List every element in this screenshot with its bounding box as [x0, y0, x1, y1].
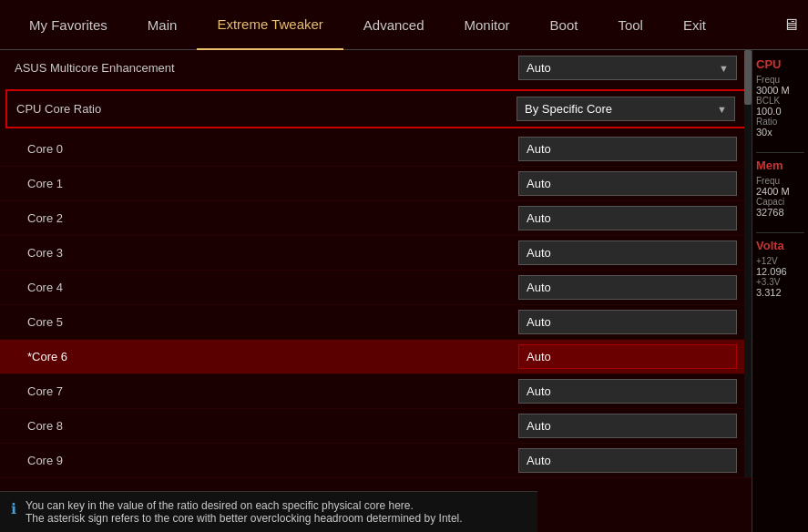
- asus-multicore-row: ASUS Multicore Enhancement Auto ▼: [0, 50, 752, 86]
- core-label-1: Core 1: [27, 177, 518, 190]
- nav-item-my-favorites[interactable]: My Favorites: [9, 0, 128, 50]
- info-icon: ℹ: [11, 500, 16, 517]
- main-layout: ASUS Multicore Enhancement Auto ▼ CPU Co…: [0, 50, 808, 532]
- core-label-8: Core 8: [27, 419, 518, 433]
- right-sidebar: CPU Frequ 3000 M BCLK 100.0 Ratio 30x Me…: [752, 50, 808, 532]
- sidebar-cpu-title: CPU: [756, 57, 804, 71]
- sidebar-freq-value: 3000 M: [756, 85, 804, 96]
- cpu-ratio-dropdown-arrow: ▼: [717, 104, 727, 115]
- sidebar-mem-title: Mem: [756, 159, 804, 172]
- scroll-thumb[interactable]: [744, 50, 752, 105]
- nav-item-extreme-tweaker[interactable]: Extreme Tweaker: [197, 0, 343, 50]
- info-line1: You can key in the value of the ratio de…: [26, 499, 463, 512]
- sidebar-mem-freq-value: 2400 M: [756, 186, 804, 197]
- core-input-9[interactable]: Auto: [518, 448, 737, 473]
- core-input-8[interactable]: Auto: [518, 414, 737, 438]
- nav-item-main[interactable]: Main: [128, 0, 198, 50]
- core-row-5: Core 5Auto: [0, 305, 752, 340]
- sidebar-cpu-section: CPU Frequ 3000 M BCLK 100.0 Ratio 30x: [756, 57, 804, 138]
- asus-multicore-value: Auto: [527, 61, 551, 75]
- monitor-icon: 🖥: [782, 15, 799, 35]
- sidebar-mem-section: Mem Frequ 2400 M Capaci 32768: [756, 159, 804, 218]
- core-input-0[interactable]: Auto: [518, 137, 737, 161]
- core-row-3: Core 3Auto: [0, 236, 752, 271]
- core-label-5: Core 5: [27, 315, 518, 329]
- sidebar-v12-value: 12.096: [756, 266, 804, 277]
- core-label-2: Core 2: [27, 211, 518, 225]
- core-row-6: *Core 6Auto: [0, 340, 752, 374]
- core-row-2: Core 2Auto: [0, 201, 752, 236]
- asus-multicore-label: ASUS Multicore Enhancement: [15, 61, 518, 75]
- sidebar-ratio-value: 30x: [756, 127, 804, 138]
- core-row-7: Core 7Auto: [0, 374, 752, 409]
- core-input-3[interactable]: Auto: [518, 240, 737, 265]
- core-input-7[interactable]: Auto: [518, 379, 737, 404]
- core-input-1[interactable]: Auto: [518, 171, 737, 196]
- cpu-core-ratio-label: CPU Core Ratio: [16, 102, 517, 116]
- sidebar-ratio-label: Ratio: [756, 117, 804, 127]
- scroll-track[interactable]: [744, 50, 752, 477]
- core-label-7: Core 7: [27, 384, 518, 398]
- topbar: My Favorites Main Extreme Tweaker Advanc…: [0, 0, 808, 50]
- nav-item-boot[interactable]: Boot: [530, 0, 598, 50]
- nav-item-tool[interactable]: Tool: [598, 0, 663, 50]
- topbar-right: 🖥: [782, 15, 799, 35]
- sidebar-mem-freq-label: Frequ: [756, 176, 804, 186]
- core-input-4[interactable]: Auto: [518, 275, 737, 300]
- core-input-2[interactable]: Auto: [518, 206, 737, 230]
- cpu-core-ratio-row: CPU Core Ratio By Specific Core ▼: [5, 89, 746, 128]
- core-label-4: Core 4: [27, 281, 518, 294]
- core-input-6[interactable]: Auto: [518, 344, 737, 369]
- asus-dropdown-arrow: ▼: [719, 63, 729, 74]
- sidebar-bclk-label: BCLK: [756, 96, 804, 106]
- sidebar-voltage-title: Volta: [756, 239, 804, 252]
- core-rows-container: Core 0AutoCore 1AutoCore 2AutoCore 3Auto…: [0, 132, 752, 478]
- core-label-6: *Core 6: [27, 350, 518, 363]
- sidebar-v12-label: +12V: [756, 256, 804, 266]
- sidebar-capacity-label: Capaci: [756, 197, 804, 207]
- nav-bar: My Favorites Main Extreme Tweaker Advanc…: [9, 0, 782, 50]
- sidebar-freq-label: Frequ: [756, 75, 804, 85]
- sidebar-divider-1: [756, 152, 804, 153]
- info-bar: ℹ You can key in the value of the ratio …: [0, 491, 537, 532]
- core-input-5[interactable]: Auto: [518, 310, 737, 334]
- sidebar-v33-value: 3.312: [756, 287, 804, 298]
- sidebar-capacity-value: 32768: [756, 207, 804, 218]
- core-label-3: Core 3: [27, 246, 518, 260]
- core-row-4: Core 4Auto: [0, 271, 752, 305]
- cpu-core-ratio-dropdown[interactable]: By Specific Core ▼: [517, 97, 735, 121]
- core-label-0: Core 0: [27, 142, 518, 156]
- left-panel: ASUS Multicore Enhancement Auto ▼ CPU Co…: [0, 50, 752, 532]
- sidebar-v33-label: +3.3V: [756, 277, 804, 287]
- info-text: You can key in the value of the ratio de…: [26, 499, 463, 525]
- sidebar-divider-2: [756, 232, 804, 233]
- core-row-9: Core 9Auto: [0, 444, 752, 478]
- core-row-8: Core 8Auto: [0, 409, 752, 444]
- core-row-0: Core 0Auto: [0, 132, 752, 167]
- info-line2: The asterisk sign refers to the core wit…: [26, 512, 463, 525]
- nav-item-monitor[interactable]: Monitor: [445, 0, 530, 50]
- core-row-1: Core 1Auto: [0, 167, 752, 201]
- nav-item-exit[interactable]: Exit: [663, 0, 726, 50]
- sidebar-voltage-section: Volta +12V 12.096 +3.3V 3.312: [756, 239, 804, 298]
- sidebar-bclk-value: 100.0: [756, 106, 804, 117]
- core-label-9: Core 9: [27, 454, 518, 467]
- asus-multicore-dropdown[interactable]: Auto ▼: [518, 56, 737, 80]
- nav-item-advanced[interactable]: Advanced: [343, 0, 445, 50]
- cpu-core-ratio-value: By Specific Core: [525, 102, 612, 116]
